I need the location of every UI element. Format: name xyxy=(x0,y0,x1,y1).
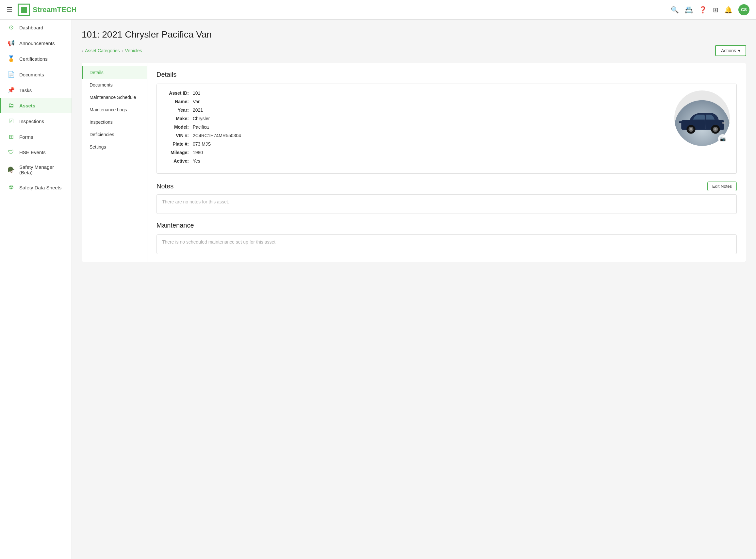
tasks-icon: 📌 xyxy=(7,87,15,94)
sidebar-item-announcements[interactable]: 📢 Announcements xyxy=(0,35,71,51)
svg-point-7 xyxy=(714,128,716,131)
assets-icon: 🗂 xyxy=(7,102,15,109)
sidebar-item-certifications[interactable]: 🏅 Certifications xyxy=(0,51,71,67)
subnav-item-settings[interactable]: Settings xyxy=(82,141,147,153)
certifications-icon: 🏅 xyxy=(7,55,15,62)
inspections-icon: ☑ xyxy=(7,117,15,125)
hse-events-icon: 🛡 xyxy=(7,149,15,156)
table-row: VIN #: 2C4RC1H74MR550304 xyxy=(163,133,668,138)
field-value-plate: 073 MJS xyxy=(193,141,211,147)
maintenance-content: There is no scheduled maintenance set up… xyxy=(156,234,737,254)
help-icon[interactable]: ❓ xyxy=(699,6,707,14)
notes-header: Notes Edit Notes xyxy=(156,182,737,191)
subnav-label-details: Details xyxy=(89,70,104,75)
subnav-label-documents: Documents xyxy=(89,82,113,88)
detail-panel: Details Asset ID: 101 Name: Van Year: xyxy=(147,63,746,262)
field-label-year: Year: xyxy=(163,107,193,113)
subnav-label-maintenance-logs: Maintenance Logs xyxy=(89,107,127,112)
breadcrumb-link-asset-categories[interactable]: Asset Categories xyxy=(85,48,120,53)
table-row: Make: Chrysler xyxy=(163,116,668,121)
actions-label: Actions xyxy=(721,48,736,53)
sidebar-item-dashboard[interactable]: ⊙ Dashboard xyxy=(0,20,71,35)
subnav-label-settings: Settings xyxy=(89,144,106,150)
sidebar-label-inspections: Inspections xyxy=(19,118,44,124)
grid-icon[interactable]: ⊞ xyxy=(713,6,718,14)
field-value-mileage: 1980 xyxy=(193,150,203,155)
sidebar-item-forms[interactable]: ⊞ Forms xyxy=(0,129,71,144)
table-row: Asset ID: 101 xyxy=(163,90,668,96)
subnav-item-deficiencies[interactable]: Deficiencies xyxy=(82,128,147,141)
main-content: 101: 2021 Chrysler Pacifica Van ‹ Asset … xyxy=(72,20,756,559)
contacts-icon[interactable]: 📇 xyxy=(685,6,693,14)
edit-notes-button[interactable]: Edit Notes xyxy=(707,182,737,191)
sub-navigation: Details Documents Maintenance Schedule M… xyxy=(82,63,147,262)
sidebar-item-tasks[interactable]: 📌 Tasks xyxy=(0,82,71,98)
notes-section-title: Notes xyxy=(156,182,173,190)
sidebar-label-forms: Forms xyxy=(19,134,33,140)
subnav-item-inspections[interactable]: Inspections xyxy=(82,116,147,128)
subnav-label-inspections: Inspections xyxy=(89,119,113,125)
svg-point-4 xyxy=(690,128,692,131)
table-row: Name: Van xyxy=(163,99,668,104)
field-label-name: Name: xyxy=(163,99,193,104)
sidebar-item-documents[interactable]: 📄 Documents xyxy=(0,67,71,82)
subnav-label-maintenance-schedule: Maintenance Schedule xyxy=(89,95,136,100)
field-value-vin: 2C4RC1H74MR550304 xyxy=(193,133,241,138)
sidebar-label-dashboard: Dashboard xyxy=(19,25,43,30)
field-label-make: Make: xyxy=(163,116,193,121)
app-name: StreamTECH xyxy=(33,5,77,14)
breadcrumb: ‹ Asset Categories ‹ Vehicles Actions ▾ xyxy=(82,45,746,56)
field-value-year: 2021 xyxy=(193,107,203,113)
main-layout: ⊙ Dashboard 📢 Announcements 🏅 Certificat… xyxy=(0,20,756,559)
table-row: Mileage: 1980 xyxy=(163,150,668,155)
content-wrapper: Details Documents Maintenance Schedule M… xyxy=(82,63,746,262)
field-label-plate: Plate #: xyxy=(163,141,193,147)
sidebar-label-assets: Assets xyxy=(19,103,35,108)
breadcrumb-arrow-1: ‹ xyxy=(82,48,83,53)
sidebar-label-safety-data-sheets: Safety Data Sheets xyxy=(19,185,61,191)
field-label-asset-id: Asset ID: xyxy=(163,90,193,96)
actions-button[interactable]: Actions ▾ xyxy=(715,45,746,56)
subnav-label-deficiencies: Deficiencies xyxy=(89,132,114,137)
subnav-item-maintenance-schedule[interactable]: Maintenance Schedule xyxy=(82,91,147,104)
vehicle-image-wrapper: 📷 xyxy=(674,90,730,146)
sidebar-item-assets[interactable]: 🗂 Assets xyxy=(0,98,71,113)
page-title: 101: 2021 Chrysler Pacifica Van xyxy=(82,29,746,40)
camera-icon[interactable]: 📷 xyxy=(718,134,727,143)
sidebar-item-safety-data-sheets[interactable]: ☢ Safety Data Sheets xyxy=(0,180,71,195)
documents-icon: 📄 xyxy=(7,71,15,78)
search-icon[interactable]: 🔍 xyxy=(671,6,679,14)
dashboard-icon: ⊙ xyxy=(7,24,15,31)
sidebar-item-hse-events[interactable]: 🛡 HSE Events xyxy=(0,144,71,160)
table-row: Active: Yes xyxy=(163,158,668,163)
field-value-asset-id: 101 xyxy=(193,90,200,96)
sidebar-label-tasks: Tasks xyxy=(19,88,32,93)
maintenance-section-title: Maintenance xyxy=(156,222,737,229)
user-avatar[interactable]: CS xyxy=(738,4,750,15)
hamburger-menu-icon[interactable]: ☰ xyxy=(6,6,13,14)
sidebar-item-safety-manager[interactable]: 🪖 Safety Manager (Beta) xyxy=(0,160,71,180)
subnav-item-documents[interactable]: Documents xyxy=(82,79,147,91)
details-table: Asset ID: 101 Name: Van Year: 2021 Mak xyxy=(163,90,668,167)
breadcrumb-link-vehicles[interactable]: Vehicles xyxy=(125,48,142,53)
svg-rect-10 xyxy=(679,121,682,123)
sidebar-item-inspections[interactable]: ☑ Inspections xyxy=(0,113,71,129)
top-navigation: ☰ StreamTECH 🔍 📇 ❓ ⊞ 🔔 CS xyxy=(0,0,756,20)
subnav-item-maintenance-logs[interactable]: Maintenance Logs xyxy=(82,104,147,116)
logo-box xyxy=(18,4,30,16)
app-logo: StreamTECH xyxy=(18,4,77,16)
field-value-name: Van xyxy=(193,99,201,104)
sidebar-label-certifications: Certifications xyxy=(19,56,48,62)
sidebar-label-documents: Documents xyxy=(19,72,44,77)
svg-point-8 xyxy=(722,122,725,124)
details-section-title: Details xyxy=(156,71,737,79)
field-value-active: Yes xyxy=(193,158,200,163)
notifications-icon[interactable]: 🔔 xyxy=(724,6,733,14)
actions-chevron-icon: ▾ xyxy=(738,48,740,53)
announcements-icon: 📢 xyxy=(7,40,15,47)
subnav-item-details[interactable]: Details xyxy=(82,66,147,79)
safety-data-sheets-icon: ☢ xyxy=(7,184,15,191)
table-row: Year: 2021 xyxy=(163,107,668,113)
sidebar: ⊙ Dashboard 📢 Announcements 🏅 Certificat… xyxy=(0,20,72,559)
breadcrumb-arrow-2: ‹ xyxy=(122,48,123,53)
